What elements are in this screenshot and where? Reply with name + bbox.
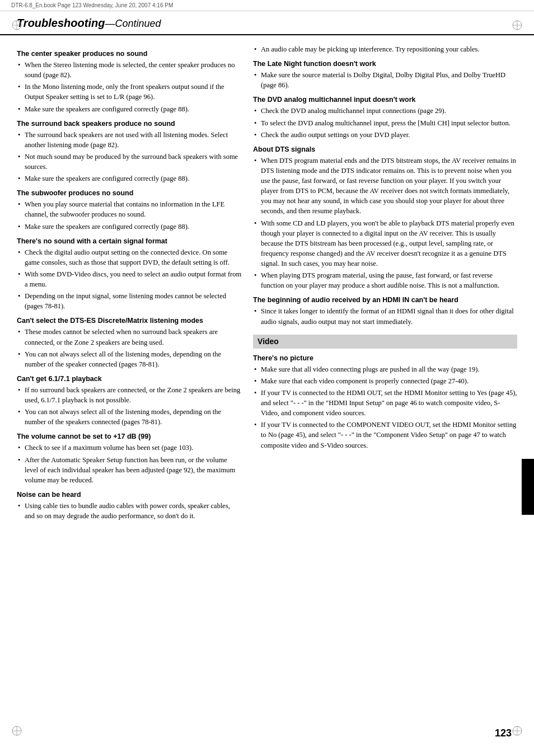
list-hdmi-audio: Since it takes longer to identify the fo… bbox=[253, 306, 517, 326]
list-item: In the Mono listening mode, only the fro… bbox=[17, 82, 242, 102]
list-item: When you play source material that conta… bbox=[17, 199, 242, 219]
corner-mark-bl bbox=[11, 725, 22, 736]
list-dts-signals: When DTS program material ends and the D… bbox=[253, 156, 517, 291]
list-item: When playing DTS program material, using… bbox=[253, 270, 517, 290]
file-info-text: DTR-6.8_En.book Page 123 Wednesday, June… bbox=[11, 2, 173, 8]
list-item: Check the DVD analog multichannel input … bbox=[253, 106, 517, 116]
corner-mark-tr bbox=[512, 20, 523, 31]
right-column: An audio cable may be picking up interfe… bbox=[253, 44, 517, 524]
heading-hdmi-audio: The beginning of audio received by an HD… bbox=[253, 296, 517, 304]
list-item: To select the DVD analog multichannel in… bbox=[253, 118, 517, 128]
list-item: These modes cannot be selected when no s… bbox=[17, 327, 242, 347]
heading-dvd-analog: The DVD analog multichannel input doesn'… bbox=[253, 96, 517, 104]
list-surround-back: The surround back speakers are not used … bbox=[17, 130, 242, 184]
page-header: Troubleshooting—Continued bbox=[0, 11, 534, 35]
list-item: Check the digital audio output setting o… bbox=[17, 247, 242, 267]
section-volume: The volume cannot be set to +17 dB (99) … bbox=[17, 433, 242, 485]
section-61-71: Can't get 6.1/7.1 playback If no surroun… bbox=[17, 375, 242, 428]
list-subwoofer: When you play source material that conta… bbox=[17, 199, 242, 231]
section-audio-cable: An audio cable may be picking up interfe… bbox=[253, 44, 517, 54]
corner-mark-tl bbox=[11, 20, 22, 31]
list-item: If your TV is connected to the COMPONENT… bbox=[253, 420, 517, 450]
list-item: Not much sound may be produced by the su… bbox=[17, 152, 242, 172]
section-dts-signals: About DTS signals When DTS program mater… bbox=[253, 145, 517, 291]
list-item: Make sure the speakers are configured co… bbox=[17, 222, 242, 232]
list-item: The surround back speakers are not used … bbox=[17, 130, 242, 150]
list-no-picture: Make sure that all video connecting plug… bbox=[253, 364, 517, 450]
list-item: With some CD and LD players, you won't b… bbox=[253, 218, 517, 269]
list-volume: Check to see if a maximum volume has bee… bbox=[17, 443, 242, 485]
two-col-layout: The center speaker produces no sound Whe… bbox=[0, 44, 534, 524]
list-item: Make sure that each video component is p… bbox=[253, 376, 517, 386]
heading-noise: Noise can be heard bbox=[17, 491, 242, 499]
list-item: An audio cable may be picking up interfe… bbox=[253, 44, 517, 54]
list-center-speaker: When the Stereo listening mode is select… bbox=[17, 60, 242, 114]
page-container: DTR-6.8_En.book Page 123 Wednesday, June… bbox=[0, 0, 534, 756]
list-item: Make sure the source material is Dolby D… bbox=[253, 70, 517, 90]
section-signal-format: There's no sound with a certain signal f… bbox=[17, 237, 242, 312]
list-item: Since it takes longer to identify the fo… bbox=[253, 306, 517, 326]
list-item: You can not always select all of the lis… bbox=[17, 349, 242, 369]
section-subwoofer: The subwoofer produces no sound When you… bbox=[17, 189, 242, 231]
list-noise: Using cable ties to bundle audio cables … bbox=[17, 501, 242, 521]
list-item: If your TV is connected to the HDMI OUT,… bbox=[253, 388, 517, 418]
section-no-picture: There's no picture Make sure that all vi… bbox=[253, 354, 517, 450]
heading-center-speaker: The center speaker produces no sound bbox=[17, 50, 242, 58]
list-dts-es: These modes cannot be selected when no s… bbox=[17, 327, 242, 369]
heading-61-71: Can't get 6.1/7.1 playback bbox=[17, 375, 242, 383]
list-item: After the Automatic Speaker Setup functi… bbox=[17, 455, 242, 485]
heading-dts-es: Can't select the DTS-ES Discrete/Matrix … bbox=[17, 317, 242, 325]
page-number: 123 bbox=[495, 727, 512, 739]
file-info-bar: DTR-6.8_En.book Page 123 Wednesday, June… bbox=[0, 0, 534, 11]
list-dvd-analog: Check the DVD analog multichannel input … bbox=[253, 106, 517, 139]
list-signal-format: Check the digital audio output setting o… bbox=[17, 247, 242, 312]
section-dts-es: Can't select the DTS-ES Discrete/Matrix … bbox=[17, 317, 242, 369]
black-rect bbox=[522, 459, 534, 515]
list-item: Check to see if a maximum volume has bee… bbox=[17, 443, 242, 453]
section-center-speaker: The center speaker produces no sound Whe… bbox=[17, 50, 242, 114]
list-item: When the Stereo listening mode is select… bbox=[17, 60, 242, 80]
page-continued: —Continued bbox=[105, 18, 161, 29]
heading-subwoofer: The subwoofer produces no sound bbox=[17, 189, 242, 197]
list-61-71: If no surround back speakers are connect… bbox=[17, 385, 242, 428]
heading-signal-format: There's no sound with a certain signal f… bbox=[17, 237, 242, 245]
list-item: Using cable ties to bundle audio cables … bbox=[17, 501, 242, 521]
section-noise: Noise can be heard Using cable ties to b… bbox=[17, 491, 242, 521]
left-column: The center speaker produces no sound Whe… bbox=[17, 44, 242, 524]
heading-surround-back: The surround back speakers produce no so… bbox=[17, 120, 242, 128]
list-item: Depending on the input signal, some list… bbox=[17, 291, 242, 311]
section-hdmi-audio: The beginning of audio received by an HD… bbox=[253, 296, 517, 326]
section-surround-back: The surround back speakers produce no so… bbox=[17, 120, 242, 184]
list-item: If no surround back speakers are connect… bbox=[17, 385, 242, 405]
list-item: Check the audio output settings on your … bbox=[253, 130, 517, 140]
heading-volume: The volume cannot be set to +17 dB (99) bbox=[17, 433, 242, 440]
list-item: When DTS program material ends and the D… bbox=[253, 156, 517, 217]
list-item: Make sure the speakers are configured co… bbox=[17, 173, 242, 184]
heading-late-night: The Late Night function doesn't work bbox=[253, 60, 517, 68]
video-label: Video bbox=[257, 337, 279, 346]
video-section-box: Video bbox=[253, 335, 517, 349]
heading-no-picture: There's no picture bbox=[253, 354, 517, 362]
section-late-night: The Late Night function doesn't work Mak… bbox=[253, 60, 517, 90]
heading-dts-signals: About DTS signals bbox=[253, 145, 517, 153]
list-item: Make sure the speakers are configured co… bbox=[17, 104, 242, 114]
page-title: Troubleshooting bbox=[17, 17, 105, 29]
section-dvd-analog: The DVD analog multichannel input doesn'… bbox=[253, 96, 517, 139]
list-late-night: Make sure the source material is Dolby D… bbox=[253, 70, 517, 90]
corner-mark-br bbox=[512, 725, 523, 736]
list-audio-cable: An audio cable may be picking up interfe… bbox=[253, 44, 517, 54]
list-item: Make sure that all video connecting plug… bbox=[253, 364, 517, 374]
list-item: With some DVD-Video discs, you need to s… bbox=[17, 269, 242, 289]
list-item: You can not always select all of the lis… bbox=[17, 407, 242, 427]
